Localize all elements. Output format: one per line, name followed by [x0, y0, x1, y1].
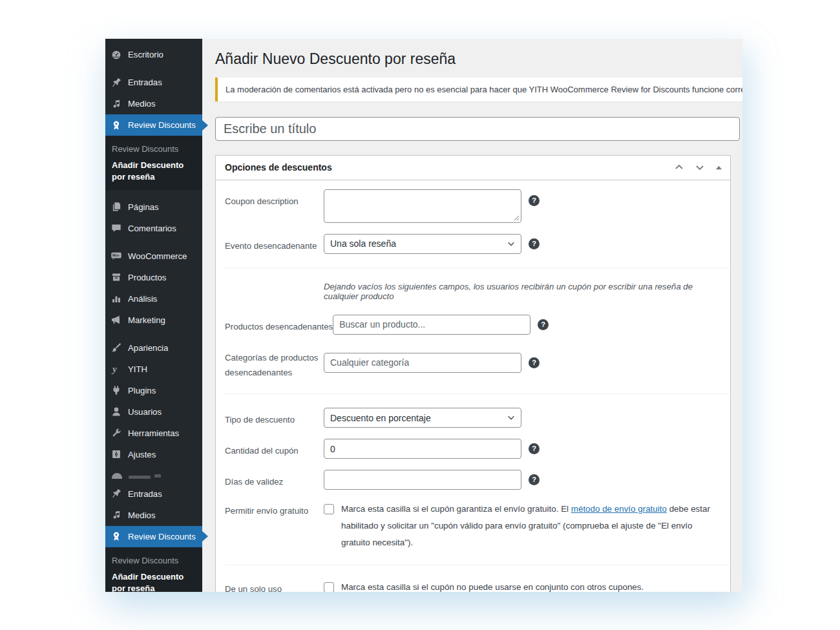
trigger-products-input[interactable]	[333, 315, 530, 335]
coupon-description-row: Coupon description ?	[225, 189, 721, 223]
field-label: Categorías de productos desencadenantes	[225, 346, 324, 380]
move-up-icon[interactable]	[674, 162, 684, 173]
award-icon	[110, 530, 122, 542]
sidebar-item-label: Productos	[128, 273, 166, 282]
panel-handle-actions	[674, 162, 722, 173]
award-icon	[110, 120, 122, 131]
panel-note: Dejando vacíos los siguientes campos, lo…	[324, 282, 721, 301]
field-label: De un solo uso	[225, 579, 324, 592]
help-icon[interactable]: ?	[538, 319, 549, 330]
field-label: Tipo de descuento	[225, 408, 324, 428]
pin-icon	[110, 77, 122, 89]
free-shipping-method-link[interactable]: método de envío gratuito	[571, 504, 667, 514]
coupon-amount-row: Cantidad del cupón ?	[225, 439, 721, 459]
coupon-description-textarea[interactable]	[324, 189, 521, 223]
trigger-event-row: Evento desencadenante Una sola reseña ?	[225, 234, 721, 254]
coupon-amount-input[interactable]	[324, 439, 521, 459]
sidebar-item-label: Plugins	[128, 386, 156, 395]
help-icon[interactable]: ?	[529, 474, 540, 485]
yith-icon: y	[110, 363, 122, 375]
sidebar-item-herramientas[interactable]: Herramientas	[105, 423, 202, 444]
submenu-item-review-discounts[interactable]: Review Discounts	[105, 141, 202, 157]
notice-text: La moderación de comentarios está activa…	[226, 85, 742, 94]
sidebar-item-woocommerce[interactable]: Woo WooCommerce	[105, 246, 202, 267]
sidebar-item-label: Review Discounts	[128, 532, 196, 541]
help-icon[interactable]: ?	[529, 195, 540, 206]
sidebar-item-productos[interactable]: Productos	[105, 267, 202, 288]
validity-days-row: Días de validez ?	[225, 470, 721, 490]
move-down-icon[interactable]	[695, 162, 705, 173]
sidebar-item-label: Ajustes	[128, 450, 156, 459]
group-separator	[225, 394, 728, 394]
sidebar-item-label: Marketing	[128, 315, 165, 325]
main-content: Añadir Nuevo Descuento por reseña La mod…	[202, 39, 742, 592]
sidebar-item-paginas[interactable]: Páginas	[105, 196, 202, 218]
validity-days-input[interactable]	[324, 470, 521, 490]
woocommerce-icon: Woo	[110, 250, 122, 262]
plug-icon	[110, 384, 122, 396]
sidebar-item-usuarios[interactable]: Usuarios	[105, 401, 202, 423]
sidebar-item-medios[interactable]: Medios	[105, 93, 202, 114]
sidebar-item-ajustes[interactable]: Ajustes	[105, 444, 202, 465]
sidebar-item-marketing[interactable]: Marketing	[105, 310, 202, 331]
wrench-icon	[110, 427, 122, 439]
trigger-categories-input[interactable]	[324, 353, 521, 373]
sidebar-item-analisis[interactable]: Análisis	[105, 288, 202, 310]
single-use-checkbox[interactable]	[324, 582, 334, 592]
pin-icon	[110, 488, 122, 499]
panel-header: Opciones de descuentos	[216, 156, 730, 180]
bar-chart-icon	[110, 293, 122, 304]
users-icon	[110, 406, 122, 417]
sidebar-item-label: Páginas	[128, 202, 159, 212]
sidebar-item-escritorio[interactable]: Escritorio	[105, 44, 202, 65]
sidebar-item-comentarios[interactable]: Comentarios	[105, 218, 202, 239]
sidebar-item-label: Herramientas	[128, 428, 179, 438]
sidebar-item-review-discounts-2[interactable]: Review Discounts	[105, 526, 202, 547]
dashboard-icon	[110, 49, 122, 61]
sidebar-item-label: Entradas	[128, 489, 162, 499]
sidebar-item-entradas[interactable]: Entradas	[105, 72, 202, 93]
discount-options-panel: Opciones de descuentos Coupon descriptio…	[215, 155, 731, 592]
svg-text:y: y	[111, 364, 117, 374]
submenu-item-anadir-descuento[interactable]: Añadir Descuento por reseña	[105, 569, 202, 592]
trigger-event-select[interactable]: Una sola reseña	[324, 234, 521, 254]
sidebar-item-review-discounts[interactable]: Review Discounts	[105, 114, 202, 136]
svg-text:Woo: Woo	[112, 255, 119, 258]
sidebar-item-label: Entradas	[128, 78, 162, 87]
help-icon[interactable]: ?	[529, 238, 540, 249]
field-label: Evento desencadenante	[225, 234, 324, 254]
field-label: Permitir envío gratuito	[225, 501, 324, 551]
free-shipping-row: Permitir envío gratuito Marca esta casil…	[225, 501, 721, 551]
sidebar-item-plugins[interactable]: Plugins	[105, 380, 202, 401]
field-description: Marca esta casilla si el cupón no puede …	[341, 579, 721, 592]
sidebar-item-label: Escritorio	[128, 50, 163, 59]
help-icon[interactable]: ?	[529, 443, 540, 454]
select-value: Descuento en porcentaje	[330, 413, 431, 423]
submenu-item-anadir-descuento[interactable]: Añadir Descuento por reseña	[105, 157, 202, 186]
free-shipping-checkbox[interactable]	[324, 504, 334, 514]
sidebar-item-label: Comentarios	[128, 224, 176, 233]
sidebar-item-yith[interactable]: y YITH	[105, 359, 202, 380]
field-label: Cantidad del cupón	[225, 439, 324, 459]
group-separator	[225, 268, 728, 268]
submenu-item-review-discounts[interactable]: Review Discounts	[105, 552, 202, 569]
field-label: Productos desencadenantes	[225, 315, 333, 335]
media-icon	[110, 98, 122, 110]
resize-grip-icon[interactable]	[514, 215, 520, 221]
admin-sidebar: Escritorio Entradas Medios Review Discou…	[105, 39, 202, 592]
title-input[interactable]	[215, 117, 740, 141]
sidebar-item-label: YITH	[128, 364, 147, 374]
settings-icon	[110, 448, 122, 460]
trigger-products-row: Productos desencadenantes ?	[225, 315, 721, 335]
sidebar-item-apariencia[interactable]: Apariencia	[105, 337, 202, 359]
toggle-panel-icon[interactable]	[715, 164, 722, 171]
discount-type-select[interactable]: Descuento en porcentaje	[324, 408, 521, 428]
sidebar-item-medios-2[interactable]: Medios	[105, 505, 202, 526]
review-discounts-submenu: Review Discounts Añadir Descuento por re…	[105, 136, 202, 190]
sidebar-item-entradas-2[interactable]: Entradas	[105, 483, 202, 505]
sidebar-item-label: Review Discounts	[128, 120, 196, 130]
help-icon[interactable]: ?	[529, 357, 540, 368]
sidebar-item-label: Medios	[128, 99, 156, 109]
media-icon	[110, 509, 122, 521]
sidebar-item-label: Medios	[128, 510, 156, 520]
